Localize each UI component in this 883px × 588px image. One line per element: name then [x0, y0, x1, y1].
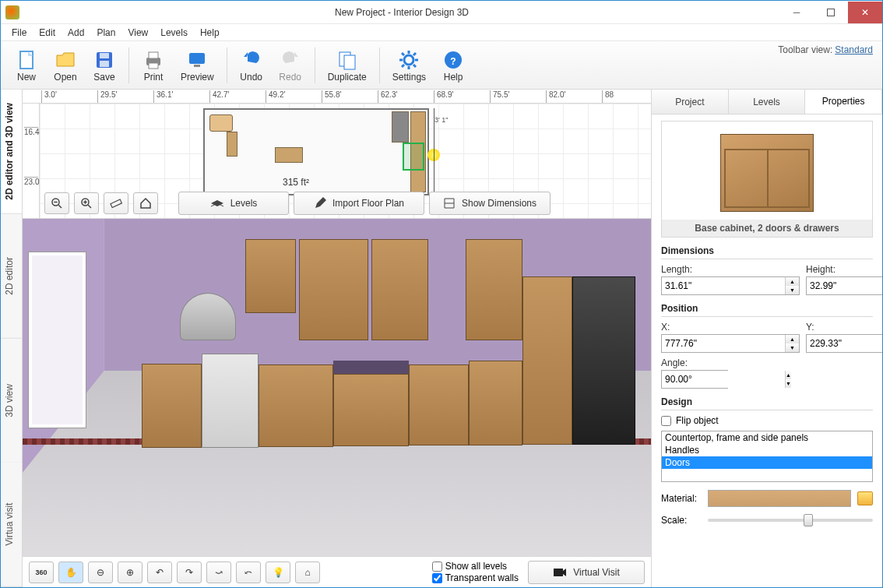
flip-object-checkbox[interactable]: Flip object	[661, 415, 873, 426]
redo-icon	[279, 48, 302, 72]
levels-icon	[210, 198, 224, 209]
rotate-right-button[interactable]: ↷	[177, 562, 202, 583]
main-toolbar: NewOpenSavePrintPreviewUndoRedoDuplicate…	[1, 41, 882, 90]
svg-rect-6	[149, 63, 158, 69]
show-all-levels-checkbox[interactable]: Show all levels	[432, 561, 519, 572]
printer-icon	[142, 48, 165, 72]
svg-line-17	[413, 65, 416, 67]
material-row: Material:	[661, 490, 873, 507]
svg-line-19	[413, 53, 416, 55]
center-pane: 3.0'29.5'36.1'42.7'49.2'55.8'62.3'68.9'7…	[23, 90, 652, 587]
settings-button[interactable]: Settings	[385, 47, 434, 84]
import-floor-plan-button[interactable]: Import Floor Plan	[294, 192, 424, 215]
material-browse-icon[interactable]	[857, 491, 873, 505]
zoom-in-3d-button[interactable]: ⊕	[118, 562, 142, 583]
horizontal-ruler: 3.0'29.5'36.1'42.7'49.2'55.8'62.3'68.9'7…	[23, 90, 651, 104]
side-tab-0[interactable]: 2D editor and 3D view	[1, 90, 22, 214]
side-tab-2[interactable]: 3D view	[1, 339, 22, 463]
view-3d-toolbar: 360 ✋ ⊖ ⊕ ↶ ↷ ⤻ ⤺ 💡 ⌂ Show all levels Tr…	[23, 556, 651, 587]
tilt-down-button[interactable]: ⤺	[236, 562, 261, 583]
floppy-icon	[93, 48, 116, 72]
menu-plan[interactable]: Plan	[90, 26, 121, 40]
title-bar: New Project - Interior Design 3D ─ ✕	[1, 1, 882, 24]
levels-button[interactable]: Levels	[178, 192, 289, 215]
menu-levels[interactable]: Levels	[154, 26, 194, 40]
material-swatch[interactable]	[708, 490, 851, 507]
show-dimensions-button[interactable]: Show Dimensions	[429, 192, 551, 215]
length-input[interactable]: ▲▼	[661, 276, 800, 295]
tilt-up-button[interactable]: ⤻	[206, 562, 231, 583]
open-button[interactable]: Open	[46, 47, 85, 84]
window-title: New Project - Interior Design 3D	[24, 7, 779, 18]
svg-rect-8	[194, 65, 200, 67]
close-button[interactable]: ✕	[848, 2, 882, 23]
height-input[interactable]: ▲▼	[806, 276, 882, 295]
plan-2d-area[interactable]: 16.4'23.0' 315 ft² 3' 1"	[23, 104, 651, 219]
zoom-out-button[interactable]	[44, 192, 69, 214]
redo-button[interactable]: Redo	[271, 47, 310, 84]
svg-rect-2	[100, 53, 109, 58]
transparent-walls-checkbox[interactable]: Transparent walls	[432, 572, 519, 583]
new-button[interactable]: New	[7, 47, 46, 84]
stove	[202, 354, 259, 448]
zoom-in-button[interactable]	[74, 192, 99, 214]
gear-icon	[397, 48, 420, 72]
work-area: 2D editor and 3D view2D editor3D viewVir…	[1, 90, 882, 587]
plan-selection-box[interactable]	[403, 143, 424, 171]
minimize-button[interactable]: ─	[779, 2, 814, 23]
design-parts-list[interactable]: Countertop, frame and side panelsHandles…	[661, 431, 873, 482]
preview-button[interactable]: Preview	[173, 47, 222, 84]
rotate-left-button[interactable]: ↶	[147, 562, 172, 583]
tab-properties[interactable]: Properties	[805, 90, 882, 114]
scale-slider[interactable]	[708, 519, 873, 522]
svg-rect-5	[149, 52, 158, 58]
maximize-button[interactable]	[814, 2, 848, 23]
plan-canvas[interactable]: 315 ft² 3' 1" Levels	[40, 104, 651, 218]
menu-edit[interactable]: Edit	[33, 26, 62, 40]
monitor-icon	[185, 48, 209, 72]
fridge	[572, 276, 635, 445]
toolbar-view-link[interactable]: Standard	[835, 44, 873, 55]
tab-project[interactable]: Project	[652, 90, 729, 114]
light-button[interactable]: 💡	[266, 562, 290, 583]
zoom-out-3d-button[interactable]: ⊖	[88, 562, 113, 583]
tab-levels[interactable]: Levels	[729, 90, 806, 114]
duplicate-button[interactable]: Duplicate	[320, 47, 375, 84]
view-3d[interactable]	[23, 219, 651, 556]
svg-rect-7	[189, 53, 205, 64]
view-mode-tabs: 2D editor and 3D view2D editor3D viewVir…	[1, 90, 23, 587]
menu-add[interactable]: Add	[62, 26, 90, 40]
list-item[interactable]: Handles	[662, 444, 872, 456]
help-button[interactable]: ?Help	[434, 47, 473, 84]
undo-button[interactable]: Undo	[232, 47, 271, 84]
view-360-button[interactable]: 360	[29, 562, 54, 583]
home-3d-button[interactable]: ⌂	[295, 562, 320, 583]
list-item[interactable]: Countertop, frame and side panels	[662, 431, 872, 444]
menu-file[interactable]: File	[5, 26, 33, 40]
menu-help[interactable]: Help	[194, 26, 226, 40]
side-tab-1[interactable]: 2D editor	[1, 214, 22, 339]
menu-view[interactable]: View	[121, 26, 154, 40]
home-button[interactable]	[133, 192, 158, 214]
x-input[interactable]: ▲▼	[661, 334, 800, 353]
y-input[interactable]: ▲▼	[806, 334, 882, 353]
svg-point-11	[404, 55, 413, 65]
plan-room[interactable]: 315 ft²	[203, 108, 429, 195]
dimensions-header: Dimensions	[661, 245, 873, 259]
print-button[interactable]: Print	[134, 47, 173, 84]
angle-input[interactable]: ▲▼	[661, 370, 728, 389]
side-tab-3[interactable]: Virtua visit	[1, 463, 22, 587]
pan-button[interactable]: ✋	[58, 562, 83, 583]
save-button[interactable]: Save	[85, 47, 124, 84]
object-thumbnail: Base cabinet, 2 doors & drawers	[661, 121, 873, 238]
page-icon	[15, 48, 38, 72]
svg-rect-29	[111, 199, 121, 207]
camera-icon	[553, 568, 567, 577]
virtual-visit-button[interactable]: Virtual Visit	[528, 561, 645, 584]
svg-line-23	[58, 205, 62, 208]
help-icon: ?	[442, 48, 465, 72]
measure-button[interactable]	[104, 192, 128, 214]
list-item[interactable]: Doors	[662, 456, 872, 469]
svg-rect-0	[20, 51, 33, 69]
object-name-label: Base cabinet, 2 doors & drawers	[662, 220, 872, 237]
